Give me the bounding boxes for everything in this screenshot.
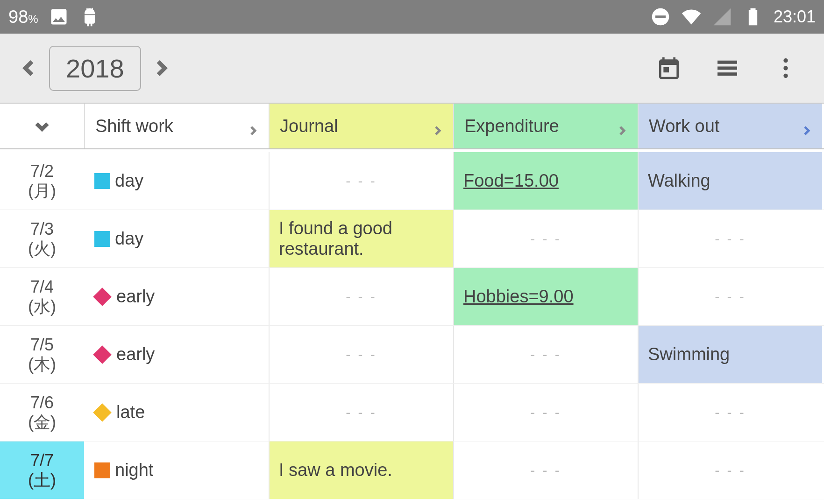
date-cell[interactable]: 7/6(金): [0, 384, 84, 441]
collapse-toggle[interactable]: [0, 104, 84, 148]
year-selector[interactable]: 2018: [49, 46, 141, 91]
shift-cell[interactable]: early: [84, 326, 269, 383]
battery-charging-icon: [743, 7, 763, 27]
dow-label: (火): [28, 239, 56, 258]
android-status-bar: 98% 23:01: [0, 0, 824, 34]
shift-marker-icon: [93, 287, 112, 306]
svg-point-2: [783, 58, 788, 63]
chevron-right-icon: [247, 120, 258, 132]
dow-label: (月): [28, 181, 56, 200]
prev-year-button[interactable]: [9, 49, 49, 88]
workout-cell[interactable]: - - -: [638, 268, 822, 325]
dow-label: (木): [28, 355, 56, 374]
cell-text: Walking: [648, 171, 710, 191]
shift-cell[interactable]: night: [84, 441, 269, 499]
shift-marker-icon: [93, 462, 111, 479]
workout-cell[interactable]: - - -: [638, 384, 822, 441]
overflow-menu-button[interactable]: [768, 51, 803, 86]
shift-cell[interactable]: day: [84, 210, 269, 267]
cell-text: I found a good restaurant.: [279, 218, 444, 259]
image-icon: [49, 7, 69, 27]
column-label: Shift work: [95, 116, 173, 136]
cellular-signal-icon: [712, 7, 732, 27]
workout-cell[interactable]: Walking: [638, 152, 822, 210]
workout-cell[interactable]: - - -: [638, 210, 822, 267]
date-cell[interactable]: 7/4(水): [0, 268, 84, 325]
shift-label: day: [115, 171, 143, 191]
shift-marker-icon: [93, 403, 112, 422]
date-cell[interactable]: 7/3(火): [0, 210, 84, 267]
do-not-disturb-icon: [650, 7, 671, 27]
cell-text: Swimming: [648, 344, 730, 364]
table-row: 7/2(月)day- - -Food=15.00Walking: [0, 152, 824, 210]
daily-grid: Shift work Journal Expenditure Work out …: [0, 104, 824, 499]
table-row: 7/4(水)early- - -Hobbies=9.00- - -: [0, 268, 824, 326]
svg-point-4: [783, 74, 788, 78]
date-label: 7/4: [30, 277, 54, 296]
clock: 23:01: [774, 7, 816, 27]
battery-percentage: 98%: [8, 7, 38, 27]
journal-cell[interactable]: - - -: [269, 326, 453, 383]
table-row: 7/5(木)early- - -- - -Swimming: [0, 326, 824, 384]
journal-cell[interactable]: - - -: [269, 384, 453, 441]
calendar-today-button[interactable]: [651, 51, 686, 86]
column-header-work-out[interactable]: Work out: [638, 104, 822, 148]
list-view-button[interactable]: [710, 51, 745, 86]
expenditure-cell[interactable]: - - -: [453, 210, 638, 267]
expenditure-cell[interactable]: - - -: [453, 441, 638, 499]
chevron-right-icon: [801, 120, 812, 132]
column-label: Journal: [280, 116, 338, 136]
workout-cell[interactable]: Swimming: [638, 326, 822, 383]
wifi-icon: [681, 7, 702, 27]
table-row: 7/7(土)nightI saw a movie.- - -- - -: [0, 441, 824, 499]
dow-label: (土): [28, 470, 56, 490]
journal-cell[interactable]: - - -: [269, 152, 453, 210]
shift-label: early: [116, 287, 155, 307]
column-header-journal[interactable]: Journal: [269, 104, 453, 148]
shift-cell[interactable]: late: [84, 384, 269, 441]
expenditure-cell[interactable]: - - -: [453, 384, 638, 441]
app-header: 2018: [0, 34, 824, 104]
shift-label: night: [115, 460, 153, 480]
next-year-button[interactable]: [141, 49, 181, 88]
date-label: 7/3: [30, 219, 54, 238]
column-header-row: Shift work Journal Expenditure Work out: [0, 104, 824, 149]
shift-cell[interactable]: early: [84, 268, 269, 325]
date-cell[interactable]: 7/2(月): [0, 152, 84, 210]
chevron-right-icon: [616, 120, 627, 132]
year-label: 2018: [66, 54, 124, 83]
journal-cell[interactable]: I found a good restaurant.: [269, 210, 453, 267]
date-label: 7/6: [30, 393, 54, 412]
dow-label: (水): [28, 297, 56, 316]
cell-text: Hobbies=9.00: [463, 287, 574, 307]
date-label: 7/7: [30, 451, 54, 470]
column-header-expenditure[interactable]: Expenditure: [453, 104, 638, 148]
cell-text: I saw a movie.: [279, 460, 392, 481]
date-cell[interactable]: 7/7(土): [0, 441, 84, 499]
shift-marker-icon: [93, 345, 112, 364]
shift-marker-icon: [93, 172, 111, 190]
expenditure-cell[interactable]: - - -: [453, 326, 638, 383]
shift-label: day: [115, 229, 143, 249]
date-label: 7/5: [30, 335, 54, 354]
svg-point-3: [783, 66, 788, 70]
dow-label: (金): [28, 413, 56, 432]
shift-label: late: [116, 402, 145, 422]
journal-cell[interactable]: - - -: [269, 268, 453, 325]
chevron-right-icon: [432, 120, 443, 132]
date-cell[interactable]: 7/5(木): [0, 326, 84, 383]
workout-cell[interactable]: - - -: [638, 441, 822, 499]
expenditure-cell[interactable]: Food=15.00: [453, 152, 638, 210]
table-row: 7/3(火)dayI found a good restaurant.- - -…: [0, 210, 824, 268]
android-robot-icon: [79, 7, 100, 27]
cell-text: Food=15.00: [463, 171, 559, 191]
table-row: 7/6(金)late- - -- - -- - -: [0, 384, 824, 441]
journal-cell[interactable]: I saw a movie.: [269, 441, 453, 499]
column-label: Work out: [649, 116, 719, 136]
column-header-shift-work[interactable]: Shift work: [84, 104, 269, 148]
shift-cell[interactable]: day: [84, 152, 269, 210]
shift-label: early: [116, 344, 155, 364]
svg-rect-1: [655, 15, 666, 18]
date-label: 7/2: [30, 161, 54, 181]
expenditure-cell[interactable]: Hobbies=9.00: [453, 268, 638, 325]
